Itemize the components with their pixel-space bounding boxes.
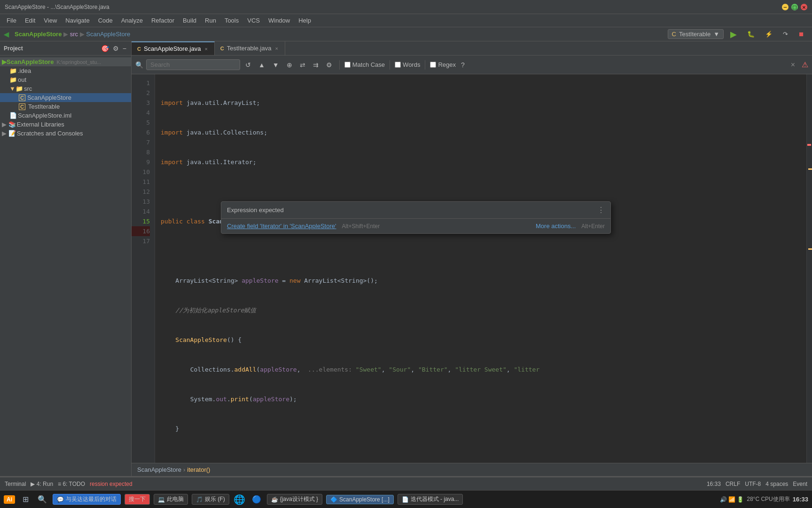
code-lines[interactable]: import java.util.ArrayList; import java.… — [155, 74, 806, 463]
create-field-action[interactable]: Create field 'Iterator' in 'ScanAppleSto… — [227, 222, 336, 230]
tree-item-root[interactable]: ▶ ScanAppleStore K:\springboot_stu... — [0, 57, 131, 66]
ai-button[interactable]: Ai — [4, 495, 15, 504]
menu-build[interactable]: Build — [179, 16, 200, 25]
start-icon[interactable]: ⊞ — [19, 493, 32, 506]
sidebar-locate-button[interactable]: 🎯 — [100, 44, 110, 53]
find-replace-button[interactable]: ⇄ — [297, 60, 308, 70]
menu-run[interactable]: Run — [201, 16, 220, 25]
tab-close-test[interactable]: × — [274, 46, 279, 51]
tree-item-testiterable[interactable]: C TestIterable — [0, 102, 131, 111]
chat-btn[interactable]: 💬 与吴达达最后的对话 — [53, 494, 121, 505]
find-target-button[interactable]: ⊕ — [284, 60, 295, 70]
menu-refactor[interactable]: Refactor — [148, 16, 178, 25]
tree-item-iml[interactable]: 📄 ScanAppleStore.iml — [0, 111, 131, 120]
run-config-selector[interactable]: C TestIterable ▼ — [668, 29, 724, 39]
warning-marker — [808, 168, 812, 170]
search-taskbar-icon[interactable]: 🔍 — [36, 493, 49, 506]
match-case-checkbox[interactable]: Match Case — [344, 61, 385, 68]
tab-label-test: TestIterable.java — [227, 45, 272, 52]
find-replace-all-button[interactable]: ⇉ — [311, 60, 321, 70]
menu-code[interactable]: Code — [94, 16, 117, 25]
breadcrumb-project[interactable]: ScanAppleStore — [15, 31, 62, 38]
regex-checkbox[interactable]: Regex — [430, 61, 456, 68]
menu-navigate[interactable]: Navigate — [62, 16, 93, 25]
chrome-icon[interactable]: 🔵 — [250, 493, 263, 506]
tree-item-scratches[interactable]: ▶ 📝 Scratches and Consoles — [0, 129, 131, 138]
tree-item-src[interactable]: ▼📁 src — [0, 84, 131, 93]
tree-item-idea[interactable]: 📁 .idea — [0, 66, 131, 75]
java-patterns-btn[interactable]: ☕ {java设计模式 } — [267, 494, 322, 505]
more-actions-link[interactable]: More actions... — [536, 222, 576, 230]
taskbar-left: Ai ⊞ 🔍 💬 与吴达达最后的对话 搜一下 💻 此电脑 🎵 娱乐 (F) 🌐 … — [4, 493, 463, 506]
scan-btn[interactable]: 🔷 ScanAppleStore [...] — [326, 495, 394, 504]
tab-testiterable[interactable]: C TestIterable.java × — [215, 41, 285, 55]
sidebar-collapse-button[interactable]: − — [122, 44, 127, 53]
menu-window[interactable]: Window — [265, 16, 294, 25]
tree-item-out[interactable]: 📁 out — [0, 75, 131, 84]
menu-analyze[interactable]: Analyze — [117, 16, 147, 25]
breadcrumb-file[interactable]: ScanAppleStore — [86, 31, 130, 38]
popup-menu-button[interactable]: ⋮ — [597, 206, 605, 214]
menu-help[interactable]: Help — [295, 16, 315, 25]
cpu-info: 28°C CPU使用率 — [747, 495, 789, 503]
line-ending[interactable]: CRLF — [726, 481, 740, 487]
sidebar-options-button[interactable]: ⚙ — [112, 44, 120, 53]
event-log[interactable]: Event — [793, 481, 807, 487]
menu-edit[interactable]: Edit — [21, 16, 39, 25]
computer-btn[interactable]: 💻 此电脑 — [154, 494, 188, 505]
todo-tab[interactable]: ≡ 6: TODO — [58, 481, 85, 487]
tab-icon-test: C — [220, 46, 224, 51]
iterator-btn[interactable]: 📄 迭代器模式 - java... — [398, 494, 463, 505]
words-checkbox[interactable]: Words — [395, 61, 420, 68]
find-next-button[interactable]: ▼ — [270, 60, 281, 70]
code-editor[interactable]: 1 2 3 4 5 6 7 8 9 10 11 12 13 14 15 — [132, 74, 812, 463]
regex-label: Regex — [438, 61, 456, 68]
menu-tools[interactable]: Tools — [221, 16, 242, 25]
regex-input[interactable] — [430, 62, 436, 68]
main-layout: Project 🎯 ⚙ − ▶ ScanAppleStore K:\spring… — [0, 41, 812, 476]
find-help-button[interactable]: ? — [459, 60, 467, 70]
profile-button[interactable]: ⚡ — [761, 29, 776, 39]
breadcrumb-src[interactable]: src — [70, 31, 78, 38]
minimize-button[interactable]: − — [782, 4, 789, 10]
warning-marker2 — [808, 248, 812, 250]
tab-scanapplestore[interactable]: C ScanAppleStore.java × — [132, 41, 215, 55]
browser-icon[interactable]: 🌐 — [233, 493, 246, 506]
run-button[interactable]: ▶ — [726, 28, 741, 41]
back-button[interactable]: ◀ — [4, 31, 9, 38]
iter-icon: 📄 — [402, 496, 409, 503]
search-btn[interactable]: 搜一下 — [125, 494, 150, 505]
match-case-input[interactable] — [344, 62, 351, 68]
maximize-button[interactable]: □ — [791, 4, 798, 10]
title-bar-controls: − □ × — [782, 4, 807, 10]
close-button[interactable]: × — [801, 4, 807, 10]
find-close-button[interactable]: × — [791, 61, 795, 69]
menu-view[interactable]: View — [40, 16, 61, 25]
find-filter-button[interactable]: ⚙ — [324, 60, 335, 70]
stop-button[interactable]: ⏹ — [795, 29, 808, 39]
step-over-button[interactable]: ↷ — [779, 29, 792, 39]
tree-item-scanapplestore[interactable]: C ScanAppleStore — [0, 93, 131, 102]
bottom-breadcrumb-class[interactable]: ScanAppleStore — [137, 466, 181, 473]
code-line-8: //为初始化appleStore赋值 — [161, 305, 806, 315]
find-refresh-button[interactable]: ↺ — [243, 60, 253, 70]
find-sep1 — [339, 60, 340, 70]
menu-file[interactable]: File — [3, 16, 20, 25]
clock: 16:33 — [793, 496, 808, 503]
tab-close-scan[interactable]: × — [203, 46, 208, 52]
find-prev-button[interactable]: ▲ — [256, 60, 267, 70]
search-input[interactable] — [146, 59, 240, 70]
match-case-label: Match Case — [352, 61, 385, 68]
encoding[interactable]: UTF-8 — [745, 481, 761, 487]
run-tab[interactable]: ▶ 4: Run — [31, 481, 53, 487]
tree-item-ext-libraries[interactable]: ▶ 📚 External Libraries — [0, 120, 131, 129]
debug-button[interactable]: 🐛 — [743, 29, 758, 39]
words-input[interactable] — [395, 62, 401, 68]
indent-setting[interactable]: 4 spaces — [765, 481, 788, 487]
tree-label-iml: ScanAppleStore.iml — [18, 112, 71, 119]
entertainment-btn[interactable]: 🎵 娱乐 (F) — [192, 494, 229, 505]
sidebar: Project 🎯 ⚙ − ▶ ScanAppleStore K:\spring… — [0, 41, 132, 476]
menu-vcs[interactable]: VCS — [243, 16, 264, 25]
bottom-breadcrumb-method[interactable]: iterator() — [187, 466, 210, 473]
terminal-tab[interactable]: Terminal — [5, 481, 26, 487]
